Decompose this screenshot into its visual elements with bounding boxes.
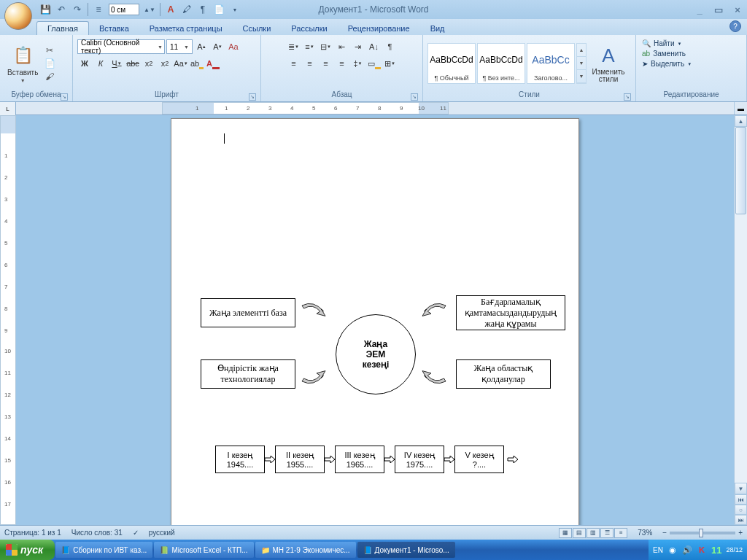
scroll-down-icon[interactable]: ▼: [735, 483, 747, 494]
scroll-thumb[interactable]: [735, 127, 746, 214]
style-normal[interactable]: AaBbCcDd¶ Обычный: [427, 43, 476, 84]
decrease-indent-icon[interactable]: ⇤: [335, 39, 349, 54]
subscript-button[interactable]: x2: [142, 56, 156, 71]
select-button[interactable]: ➤Выделить ▼: [642, 60, 692, 68]
status-proofing-icon[interactable]: ✓: [133, 529, 139, 537]
vertical-ruler[interactable]: 123 456 789 101112 131415 1617: [0, 115, 16, 525]
font-color-button[interactable]: A: [206, 56, 220, 71]
help-icon[interactable]: ?: [729, 20, 741, 32]
replace-button[interactable]: abЗаменить: [642, 50, 686, 58]
tray-clock[interactable]: 11: [711, 547, 721, 553]
shrink-font-icon[interactable]: A▾: [210, 39, 225, 54]
view-fullscreen-icon[interactable]: ▤: [573, 528, 586, 538]
tab-layout[interactable]: Разметка страницы: [139, 22, 233, 35]
taskbar-item[interactable]: 📗Microsoft Excel - КТП...: [154, 542, 253, 558]
align-center-icon[interactable]: ≡: [303, 56, 317, 71]
borders-icon[interactable]: ⊞▼: [383, 56, 398, 71]
minimize-button[interactable]: _: [693, 4, 706, 15]
superscript-button[interactable]: x2: [158, 56, 172, 71]
prev-page-icon[interactable]: ⏮: [735, 494, 747, 505]
office-button[interactable]: [4, 2, 32, 30]
restore-button[interactable]: ▭: [712, 4, 725, 15]
multilevel-icon[interactable]: ⊟▼: [319, 39, 333, 54]
clear-format-icon[interactable]: Aa: [226, 39, 241, 54]
launcher-icon[interactable]: ↘: [61, 93, 68, 101]
ruler-toggle-icon[interactable]: ▬: [734, 102, 747, 114]
taskbar-item[interactable]: 📘Сборник по ИВТ каз...: [55, 542, 152, 558]
bold-button[interactable]: Ж: [77, 56, 92, 71]
vertical-scrollbar[interactable]: ▲ ▼ ⏮ ○ ⏭: [734, 115, 747, 525]
find-button[interactable]: 🔍Найти ▼: [642, 39, 682, 47]
paragraph-mark-icon[interactable]: ¶: [197, 4, 209, 15]
view-outline-icon[interactable]: ☰: [600, 528, 614, 538]
status-words[interactable]: Число слов: 31: [71, 529, 123, 537]
align-right-icon[interactable]: ≡: [319, 56, 333, 71]
view-web-icon[interactable]: ▥: [587, 528, 600, 538]
font-size-combo[interactable]: 11▼: [166, 39, 193, 54]
copy-icon[interactable]: 📄: [44, 58, 55, 69]
cut-icon[interactable]: ✂: [44, 44, 55, 56]
increase-indent-icon[interactable]: ⇥: [351, 39, 365, 54]
paste-button[interactable]: 📋 Вставить ▼: [3, 42, 42, 85]
browse-object-icon[interactable]: ○: [735, 505, 747, 515]
justify-icon[interactable]: ≡: [335, 56, 349, 71]
bullets-icon[interactable]: ≣▼: [287, 39, 301, 54]
launcher-icon[interactable]: ↘: [249, 93, 256, 101]
tab-references[interactable]: Ссылки: [233, 22, 282, 35]
highlight-button[interactable]: ab: [190, 56, 204, 71]
zoom-in-icon[interactable]: +: [738, 529, 743, 537]
status-language[interactable]: русский: [149, 529, 175, 537]
stepper-icon[interactable]: ▲▼: [144, 4, 155, 15]
line-spacing-icon[interactable]: ‡▼: [351, 56, 365, 71]
status-page[interactable]: Страница: 1 из 1: [4, 529, 61, 537]
strike-button[interactable]: abc: [125, 56, 140, 71]
ruler-corner[interactable]: L: [0, 102, 16, 115]
qat-dd-icon[interactable]: ▼: [229, 4, 241, 15]
show-marks-icon[interactable]: ¶: [383, 39, 398, 54]
align-left-icon[interactable]: ≡: [287, 56, 301, 71]
next-page-icon[interactable]: ⏭: [735, 515, 747, 525]
tray-lang[interactable]: EN: [653, 546, 663, 554]
undo-icon[interactable]: ↶: [55, 4, 67, 15]
grow-font-icon[interactable]: A▴: [194, 39, 209, 54]
view-print-icon[interactable]: ▦: [559, 528, 572, 538]
tab-insert[interactable]: Вставка: [89, 22, 139, 35]
tab-mailings[interactable]: Рассылки: [281, 22, 337, 35]
launcher-icon[interactable]: ↘: [411, 93, 418, 101]
status-zoom[interactable]: 73%: [638, 529, 652, 537]
tray-icon[interactable]: 🔊: [682, 545, 692, 555]
qat-measure-input[interactable]: [109, 4, 139, 15]
tray-date[interactable]: 28/12: [726, 547, 743, 553]
change-styles-button[interactable]: A Изменить стили: [587, 42, 630, 85]
tab-home[interactable]: Главная: [36, 21, 89, 35]
tab-review[interactable]: Рецензирование: [338, 22, 420, 35]
view-draft-icon[interactable]: ≡: [614, 528, 627, 538]
redo-icon[interactable]: ↷: [71, 4, 83, 15]
taskbar-item[interactable]: 📁МН 21-9 Экономичес...: [255, 542, 356, 558]
tray-icon[interactable]: K: [697, 545, 707, 555]
scroll-up-icon[interactable]: ▲: [735, 115, 747, 127]
taskbar-item[interactable]: 📘Документ1 - Microso...: [357, 542, 455, 558]
new-doc-icon[interactable]: 📄: [213, 4, 225, 15]
zoom-out-icon[interactable]: −: [662, 529, 667, 537]
launcher-icon[interactable]: ↘: [624, 93, 631, 101]
tray-icon[interactable]: ◉: [667, 545, 678, 555]
start-button[interactable]: пуск: [0, 540, 55, 560]
style-heading1[interactable]: AaBbCcЗаголово...: [527, 43, 575, 84]
close-button[interactable]: ×: [731, 4, 744, 15]
font-family-combo[interactable]: Calibri (Основной текст)▼: [77, 39, 165, 54]
format-painter-icon[interactable]: 🖌: [44, 71, 55, 82]
italic-button[interactable]: К: [93, 56, 108, 71]
font-color-icon[interactable]: A: [165, 4, 177, 15]
zoom-slider[interactable]: [670, 532, 735, 534]
spacing-icon[interactable]: ≡: [93, 4, 104, 15]
change-case-button[interactable]: Aa▼: [174, 56, 188, 71]
styles-scroll[interactable]: ▲▼▼: [576, 43, 587, 84]
horizontal-ruler[interactable]: 112 345 678 91011 121314 1519: [162, 102, 449, 114]
save-icon[interactable]: 💾: [39, 4, 51, 15]
shading-icon[interactable]: ▭: [367, 56, 382, 71]
highlight-icon[interactable]: 🖍: [181, 4, 193, 15]
tab-view[interactable]: Вид: [420, 22, 455, 35]
style-nospacing[interactable]: AaBbCcDd¶ Без инте...: [477, 43, 525, 84]
page[interactable]: ЖаңаЭЕМкезеңі Жаңа элементті база Бағдар…: [171, 118, 579, 525]
